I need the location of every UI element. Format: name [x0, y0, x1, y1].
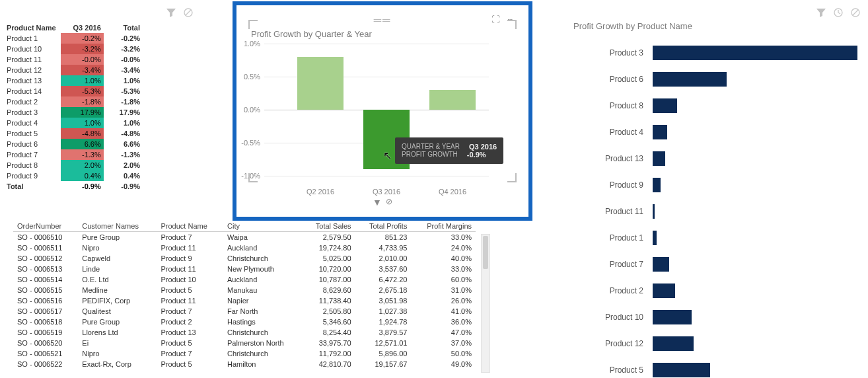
cell-name: Product 2 — [4, 96, 61, 107]
chart-plot-area[interactable]: 1.0% 0.5% 0.0% -0.5% -1.0% Q2 2016 Q3 20… — [264, 44, 489, 196]
cell-name: Product 14 — [4, 86, 61, 96]
chart-bar[interactable] — [653, 98, 677, 113]
table-row[interactable]: Product 82.0%2.0% — [4, 160, 143, 170]
table-row[interactable]: Product 5-4.8%-4.8% — [4, 128, 143, 139]
column-header[interactable]: Total Profits — [355, 221, 412, 232]
cell-name: Product 8 — [4, 160, 61, 170]
chart-bar[interactable] — [297, 57, 344, 110]
cell-total: 0.4% — [104, 170, 143, 181]
table-row[interactable]: Product 1-0.2%-0.2% — [4, 33, 143, 44]
y-tick: 0.5% — [236, 73, 260, 81]
bar-row[interactable]: Product 11 — [514, 198, 857, 225]
column-header[interactable]: Total Sales — [302, 221, 355, 232]
column-header[interactable]: City — [223, 221, 302, 232]
chart-bar[interactable] — [653, 178, 661, 192]
scrollbar-thumb[interactable] — [483, 236, 488, 269]
cell-total: -0.2% — [104, 33, 143, 44]
table-row[interactable]: SO - 0006517QualitestProduct 7Far North2… — [13, 306, 476, 317]
table-row[interactable]: Product 131.0%1.0% — [4, 75, 143, 86]
cursor-icon: ↖ — [383, 149, 392, 162]
y-tick: -1.0% — [236, 172, 260, 180]
table-row[interactable]: SO - 0006518Pure GroupProduct 2Hastings5… — [13, 317, 476, 327]
scrollbar[interactable] — [481, 234, 490, 373]
chart-bar[interactable] — [429, 90, 476, 110]
table-row[interactable]: Product 2-1.8%-1.8% — [4, 96, 143, 107]
chart-bar[interactable] — [653, 125, 667, 139]
table-row[interactable]: SO - 0006515MedlineProduct 5Manukau8,629… — [13, 285, 476, 295]
funnel-icon[interactable] — [815, 7, 827, 19]
chart-bar[interactable] — [653, 363, 710, 377]
product-matrix[interactable]: Product Name Q3 2016 Total Product 1-0.2… — [4, 22, 189, 192]
matrix-header-name[interactable]: Product Name — [4, 22, 61, 33]
bar-row[interactable]: Product 5 — [514, 357, 857, 378]
column-header[interactable]: Customer Names — [78, 221, 157, 232]
chart-bar[interactable] — [653, 231, 657, 245]
bar-row[interactable]: Product 7 — [514, 251, 857, 278]
bar-row[interactable]: Product 1 — [514, 225, 857, 251]
bar-row[interactable]: Product 10 — [514, 304, 857, 330]
bar-row[interactable]: Product 4 — [514, 119, 857, 145]
table-row[interactable]: SO - 0006516PEDIFIX, CorpProduct 11Napie… — [13, 295, 476, 306]
drag-handle-icon[interactable]: ══ — [374, 15, 392, 26]
table-row[interactable]: Product 41.0%1.0% — [4, 118, 143, 128]
table-row[interactable]: SO - 0006519Llorens LtdProduct 13Christc… — [13, 327, 476, 338]
prohibit-icon[interactable] — [182, 7, 194, 19]
column-header[interactable]: Profit Margins — [411, 221, 476, 232]
profit-growth-chart[interactable]: ══ ⛶ ⋯ Profit Growth by Quarter & Year 1… — [233, 1, 532, 221]
matrix-header-total[interactable]: Total — [104, 22, 143, 33]
table-row[interactable]: Product 7-1.3%-1.3% — [4, 149, 143, 160]
table-row[interactable]: Product 12-3.4%-3.4% — [4, 65, 143, 75]
cell-q3: -0.2% — [61, 33, 104, 44]
table-row[interactable]: Product 11-0.0%-0.0% — [4, 54, 143, 65]
column-header[interactable]: Product Name — [157, 221, 223, 232]
chart-bar[interactable] — [653, 336, 694, 351]
table-total-row: Total-0.9%-0.9% — [4, 181, 143, 192]
cell-total: -0.0% — [104, 54, 143, 65]
column-header[interactable]: OrderNumber — [13, 221, 78, 232]
table-row[interactable]: SO - 0006513LindeProduct 11New Plymouth1… — [13, 264, 476, 274]
table-row[interactable]: Product 66.6%6.6% — [4, 139, 143, 149]
bar-label: Product 4 — [514, 128, 653, 137]
cell-q3: -4.8% — [61, 128, 104, 139]
cell-name: Product 1 — [4, 33, 61, 44]
table-row[interactable]: Product 317.9%17.9% — [4, 107, 143, 118]
table-row[interactable]: SO - 0006512CapweldProduct 9Christchurch… — [13, 253, 476, 264]
prohibit-icon[interactable] — [850, 7, 861, 19]
table-row[interactable]: Product 14-5.3%-5.3% — [4, 86, 143, 96]
clock-icon[interactable] — [832, 7, 844, 19]
table-row[interactable]: SO - 0006510Pure GroupProduct 7Waipa2,57… — [13, 232, 476, 243]
prohibit-icon[interactable]: ⊘ — [386, 197, 392, 208]
profit-growth-by-product-chart[interactable]: Profit Growth by Product Name Product 3P… — [514, 24, 857, 378]
chart-bar[interactable] — [653, 46, 857, 60]
bar-row[interactable]: Product 6 — [514, 66, 857, 93]
table-row[interactable]: SO - 0006522Exact-Rx, CorpProduct 5Hamil… — [13, 359, 476, 369]
table-row[interactable]: Product 10-3.2%-3.2% — [4, 44, 143, 54]
bar-row[interactable]: Product 12 — [514, 330, 857, 357]
bar-row[interactable]: Product 9 — [514, 172, 857, 198]
cell-q3: -0.0% — [61, 54, 104, 65]
table-row[interactable]: Product 90.4%0.4% — [4, 170, 143, 181]
chart-bar[interactable] — [653, 257, 669, 272]
cell-name: Product 11 — [4, 54, 61, 65]
bar-row[interactable]: Product 8 — [514, 93, 857, 119]
chart-bar[interactable] — [653, 284, 675, 298]
chart-bar[interactable] — [653, 204, 655, 219]
bar-row[interactable]: Product 13 — [514, 145, 857, 172]
table-row[interactable]: SO - 0006521NiproProduct 7Christchurch11… — [13, 348, 476, 359]
chevron-down-icon[interactable]: ▼ — [373, 197, 382, 208]
bar-row[interactable]: Product 3 — [514, 40, 857, 66]
chart-bar[interactable] — [653, 151, 665, 166]
focus-mode-icon[interactable]: ⛶ — [491, 15, 503, 24]
table-row[interactable]: SO - 0006520EiProduct 5Palmerston North3… — [13, 338, 476, 348]
cell-total: 1.0% — [104, 75, 143, 86]
bar-row[interactable]: Product 2 — [514, 278, 857, 304]
chart-bar[interactable] — [653, 310, 692, 324]
bar-label: Product 11 — [514, 207, 653, 216]
chart-bar[interactable] — [653, 72, 727, 87]
table-row[interactable]: SO - 0006511NiproProduct 11Auckland19,72… — [13, 243, 476, 253]
funnel-icon[interactable] — [165, 7, 177, 19]
orders-table[interactable]: OrderNumberCustomer NamesProduct NameCit… — [13, 221, 476, 369]
table-row[interactable]: SO - 0006514O.E. LtdProduct 10Auckland10… — [13, 274, 476, 285]
matrix-header-q3[interactable]: Q3 2016 — [61, 22, 104, 33]
cell-total: -3.4% — [104, 65, 143, 75]
